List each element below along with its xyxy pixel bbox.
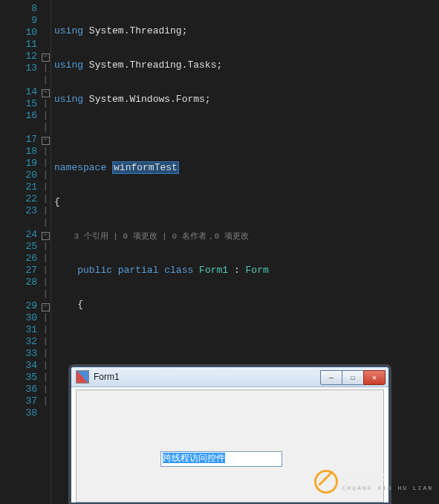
line-number-blank: .	[0, 288, 40, 300]
line-number: 26	[0, 253, 40, 265]
codelens[interactable]: 3 个引用 | 0 项更改 | 0 名作者，0 项更改	[74, 232, 248, 241]
line-number-blank: .	[0, 122, 40, 134]
line-number: 18	[0, 146, 40, 158]
line-number: 29	[0, 300, 40, 312]
line-number: 38	[0, 407, 40, 419]
titlebar[interactable]: Form1 — ☐ ✕	[71, 367, 388, 387]
line-number-blank: .	[0, 74, 40, 86]
textbox1[interactable]: 跨线程访问控件	[160, 451, 282, 467]
line-number: 15	[0, 98, 40, 110]
fold-toggle[interactable]: −	[40, 51, 51, 62]
line-number: 33	[0, 348, 40, 360]
fold-toggle[interactable]: −	[40, 300, 51, 312]
fold-toggle[interactable]: −	[40, 86, 51, 98]
maximize-button[interactable]: ☐	[342, 370, 363, 385]
line-number: 28	[0, 277, 40, 288]
line-number: 20	[0, 169, 40, 181]
watermark-text: 创新互联	[342, 471, 387, 483]
line-number: 36	[0, 384, 40, 395]
line-number: 32	[0, 336, 40, 348]
line-number-blank: .	[0, 217, 40, 229]
line-number: 27	[0, 265, 40, 277]
line-number: 14	[0, 86, 40, 98]
line-number: 21	[0, 181, 40, 193]
minimize-button[interactable]: —	[320, 370, 342, 385]
line-number: 11	[0, 39, 40, 51]
namespace-highlight: winformTest	[112, 161, 179, 174]
line-number: 16	[0, 110, 40, 122]
app-icon	[76, 370, 89, 384]
line-number: 12	[0, 51, 40, 62]
line-number: 13	[0, 62, 40, 74]
line-number: 22	[0, 193, 40, 205]
fold-toggle[interactable]: −	[40, 229, 51, 241]
line-number: 23	[0, 205, 40, 217]
line-number: 30	[0, 312, 40, 324]
textbox-selected-text: 跨线程访问控件	[163, 453, 225, 463]
line-number: 17	[0, 134, 40, 146]
line-number: 34	[0, 360, 40, 372]
fold-column: − ││ − │││ − │││││││ − │││││ − ││││││││	[40, 0, 51, 504]
fold-toggle[interactable]: −	[40, 134, 51, 146]
line-number: 25	[0, 241, 40, 253]
watermark: 创新互联 CHUANG XIN HU LIAN	[314, 470, 433, 494]
line-number: 10	[0, 27, 40, 39]
line-number: 35	[0, 372, 40, 384]
window-title: Form1	[94, 372, 320, 382]
watermark-subtext: CHUANG XIN HU LIAN	[342, 485, 433, 492]
line-number: 37	[0, 395, 40, 407]
line-number: 24	[0, 229, 40, 241]
line-number: 31	[0, 324, 40, 336]
line-number: 8	[0, 3, 40, 15]
line-number: 9	[0, 15, 40, 27]
line-number: 19	[0, 158, 40, 169]
close-button[interactable]: ✕	[363, 370, 386, 385]
line-number-gutter: 8 9 10 11 12 13 . 14 15 16 . 17 18 19 20…	[0, 0, 40, 504]
watermark-icon	[309, 465, 342, 498]
